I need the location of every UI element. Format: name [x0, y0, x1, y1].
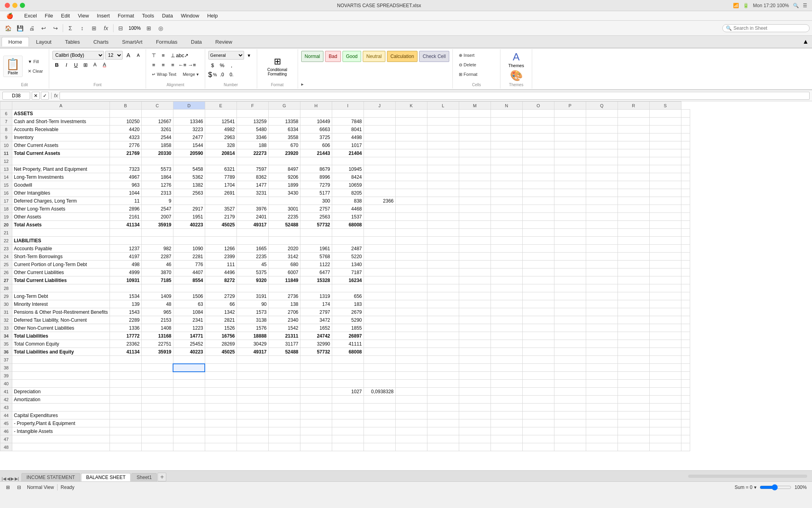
- cell[interactable]: [332, 364, 364, 372]
- cell[interactable]: [141, 157, 173, 165]
- cell[interactable]: 3472: [300, 316, 332, 324]
- cell[interactable]: [554, 388, 586, 396]
- cell[interactable]: [618, 197, 649, 205]
- cell[interactable]: [300, 404, 332, 411]
- cell[interactable]: 2341: [173, 316, 205, 324]
- menu-insert[interactable]: Insert: [94, 12, 113, 19]
- cell[interactable]: [12, 356, 110, 364]
- cell[interactable]: [618, 300, 649, 308]
- cell[interactable]: [12, 229, 110, 237]
- cell[interactable]: [681, 396, 690, 404]
- cell[interactable]: [237, 197, 268, 205]
- cell[interactable]: [300, 443, 332, 451]
- style-neutral[interactable]: Neutral: [363, 51, 385, 62]
- cell[interactable]: [491, 404, 522, 411]
- cell[interactable]: [427, 443, 459, 451]
- cell[interactable]: [332, 411, 364, 419]
- cell[interactable]: [12, 364, 110, 372]
- cell[interactable]: 23362: [110, 340, 141, 348]
- cell[interactable]: [205, 237, 237, 245]
- cell[interactable]: [649, 110, 681, 118]
- cell[interactable]: [141, 110, 173, 118]
- cell[interactable]: [395, 300, 427, 308]
- row-number[interactable]: 27: [0, 276, 12, 284]
- tab-last-btn[interactable]: ▶|: [15, 476, 19, 481]
- menu-format[interactable]: Format: [115, 12, 137, 19]
- cell[interactable]: [12, 157, 110, 165]
- cell[interactable]: [522, 165, 554, 173]
- cell[interactable]: 8497: [268, 165, 300, 173]
- cell[interactable]: 6334: [268, 126, 300, 133]
- cell[interactable]: 10931: [110, 276, 141, 284]
- normal-view-btn[interactable]: ⊞: [3, 483, 13, 491]
- cell[interactable]: [205, 435, 237, 443]
- cell[interactable]: [554, 300, 586, 308]
- cell[interactable]: [364, 237, 395, 245]
- col-header-h[interactable]: H: [300, 102, 332, 110]
- cell[interactable]: 8996: [300, 173, 332, 181]
- cell[interactable]: 1017: [332, 141, 364, 149]
- cell[interactable]: [395, 411, 427, 419]
- cell[interactable]: [649, 261, 681, 268]
- cell[interactable]: [427, 435, 459, 443]
- cell[interactable]: [491, 411, 522, 419]
- cell[interactable]: [618, 419, 649, 427]
- cell[interactable]: 2401: [237, 213, 268, 221]
- cell[interactable]: [205, 380, 237, 388]
- cell[interactable]: [237, 427, 268, 435]
- cell[interactable]: [586, 443, 618, 451]
- cell[interactable]: [427, 205, 459, 213]
- cell[interactable]: Total Assets: [12, 221, 110, 229]
- cell[interactable]: [681, 173, 690, 181]
- cell[interactable]: [237, 372, 268, 380]
- cell[interactable]: [395, 332, 427, 340]
- cell[interactable]: [427, 141, 459, 149]
- cell[interactable]: [12, 380, 110, 388]
- cell[interactable]: [364, 118, 395, 126]
- cell[interactable]: [681, 276, 690, 284]
- cell[interactable]: [332, 404, 364, 411]
- themes-large-icon[interactable]: 🎨: [510, 70, 523, 82]
- row-number[interactable]: 22: [0, 237, 12, 245]
- cell[interactable]: 3261: [141, 126, 173, 133]
- cell[interactable]: [141, 284, 173, 292]
- cell[interactable]: 21404: [332, 149, 364, 157]
- cell[interactable]: [554, 268, 586, 276]
- cell[interactable]: [649, 253, 681, 261]
- cell[interactable]: [459, 292, 491, 300]
- cell[interactable]: [554, 411, 586, 419]
- cell[interactable]: [427, 221, 459, 229]
- cell[interactable]: [681, 348, 690, 356]
- cell[interactable]: [586, 340, 618, 348]
- tab-prev-btn[interactable]: ◀: [7, 476, 10, 481]
- cell[interactable]: [491, 316, 522, 324]
- cell[interactable]: [364, 348, 395, 356]
- cell[interactable]: [268, 411, 300, 419]
- cell[interactable]: 3001: [268, 205, 300, 213]
- cell[interactable]: [141, 237, 173, 245]
- cell[interactable]: [554, 165, 586, 173]
- cell[interactable]: [554, 435, 586, 443]
- cell[interactable]: [554, 189, 586, 197]
- cell[interactable]: 46: [141, 261, 173, 268]
- cell[interactable]: [364, 364, 395, 372]
- cell[interactable]: 1576: [237, 324, 268, 332]
- cell[interactable]: [522, 229, 554, 237]
- cell[interactable]: [554, 181, 586, 189]
- cell[interactable]: [522, 237, 554, 245]
- cell[interactable]: [586, 261, 618, 268]
- cell[interactable]: [364, 396, 395, 404]
- cell[interactable]: [649, 268, 681, 276]
- cell[interactable]: Other Current Assets: [12, 141, 110, 149]
- cell[interactable]: 1319: [300, 292, 332, 300]
- cell[interactable]: 1027: [332, 388, 364, 396]
- cell[interactable]: [491, 340, 522, 348]
- number-format-select[interactable]: General: [208, 51, 244, 60]
- cell[interactable]: [522, 141, 554, 149]
- cell[interactable]: [459, 133, 491, 141]
- cell[interactable]: [554, 292, 586, 300]
- cell[interactable]: 41134: [110, 221, 141, 229]
- cell[interactable]: 2281: [173, 253, 205, 261]
- cell[interactable]: 2963: [205, 133, 237, 141]
- cell[interactable]: 1542: [268, 324, 300, 332]
